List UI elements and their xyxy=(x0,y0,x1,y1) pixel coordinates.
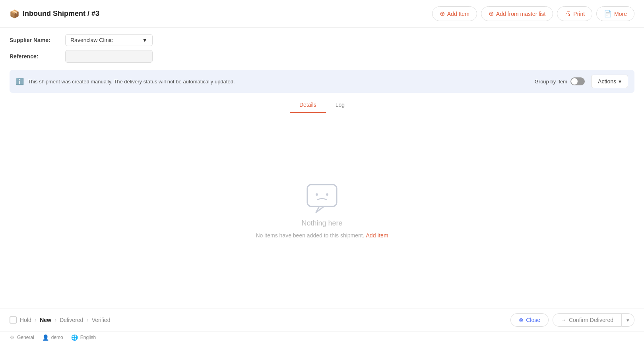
bottom-bar: Hold › New › Delivered › Verified ⊗ Clos… xyxy=(0,308,644,331)
shipment-icon: 📦 xyxy=(10,9,19,19)
empty-title: Nothing here xyxy=(301,219,342,227)
settings-icon: ⚙ xyxy=(10,334,15,341)
supplier-label: Supplier Name: xyxy=(10,37,65,43)
status-steps: Hold › New › Delivered › Verified xyxy=(10,316,110,324)
form-section: Supplier Name: Ravenclaw Clinic ▼ Refere… xyxy=(0,28,644,70)
chevron-down-icon: ▾ xyxy=(627,317,629,323)
reference-input[interactable] xyxy=(65,50,153,63)
tab-details[interactable]: Details xyxy=(290,98,326,113)
main-content: Nothing here No items have been added to… xyxy=(0,113,644,308)
group-by-toggle-area: Group by Item xyxy=(535,77,585,85)
footer-info: ⚙ General 👤 demo 🌐 English xyxy=(0,331,644,343)
info-banner-right: Group by Item Actions ▾ xyxy=(535,75,628,88)
svg-rect-0 xyxy=(307,185,337,206)
svg-point-2 xyxy=(326,193,328,196)
close-button[interactable]: ⊗ Close xyxy=(510,313,549,327)
arrow-right-icon: → xyxy=(561,317,566,323)
add-item-button[interactable]: ⊕ Add Item xyxy=(432,6,477,21)
chevron-down-icon: ▼ xyxy=(142,37,147,43)
header-actions: ⊕ Add Item ⊕ Add from master list 🖨 Prin… xyxy=(432,6,634,21)
footer-general: ⚙ General xyxy=(10,334,34,341)
footer-user: 👤 demo xyxy=(42,334,63,341)
more-button[interactable]: 📄 More xyxy=(596,6,634,21)
empty-add-item-link[interactable]: Add Item xyxy=(366,232,388,239)
reference-row: Reference: xyxy=(10,50,634,63)
arrow-2: › xyxy=(54,316,56,324)
add-from-master-button[interactable]: ⊕ Add from master list xyxy=(481,6,553,21)
step-delivered[interactable]: Delivered xyxy=(60,317,83,323)
document-icon: 📄 xyxy=(604,10,612,17)
plus-circle-icon: ⊕ xyxy=(440,10,445,17)
language-icon: 🌐 xyxy=(71,334,78,341)
print-button[interactable]: 🖨 Print xyxy=(557,6,592,21)
arrow-1: › xyxy=(35,316,37,324)
footer-user-label: demo xyxy=(51,335,63,340)
chevron-down-icon: ▾ xyxy=(619,78,621,85)
bottom-actions: ⊗ Close → Confirm Delivered ▾ xyxy=(510,313,634,327)
step-new[interactable]: New xyxy=(40,317,51,323)
supplier-row: Supplier Name: Ravenclaw Clinic ▼ xyxy=(10,34,634,46)
confirm-delivered-button[interactable]: → Confirm Delivered xyxy=(553,313,622,327)
tab-log[interactable]: Log xyxy=(326,98,354,113)
empty-state: Nothing here No items have been added to… xyxy=(256,183,388,239)
empty-subtitle: No items have been added to this shipmen… xyxy=(256,232,388,239)
print-icon: 🖨 xyxy=(564,10,571,17)
supplier-select[interactable]: Ravenclaw Clinic ▼ xyxy=(65,34,153,46)
hold-checkbox[interactable] xyxy=(10,316,17,324)
tabs: Details Log xyxy=(0,98,644,113)
svg-point-1 xyxy=(316,193,318,196)
group-by-label: Group by Item xyxy=(535,79,567,85)
group-by-toggle[interactable] xyxy=(570,77,585,85)
info-banner: ℹ️ This shipment was created manually. T… xyxy=(10,70,634,93)
confirm-dropdown-button[interactable]: ▾ xyxy=(622,313,634,327)
step-hold[interactable]: Hold xyxy=(20,317,31,323)
footer-language-label: English xyxy=(80,335,96,340)
empty-state-icon xyxy=(304,183,340,214)
close-circle-icon: ⊗ xyxy=(519,317,524,323)
actions-button[interactable]: Actions ▾ xyxy=(591,75,628,88)
footer-general-label: General xyxy=(17,335,34,340)
info-text: This shipment was created manually. The … xyxy=(28,79,235,85)
reference-label: Reference: xyxy=(10,53,65,60)
header: 📦 Inbound Shipment / #3 ⊕ Add Item ⊕ Add… xyxy=(0,0,644,28)
info-banner-left: ℹ️ This shipment was created manually. T… xyxy=(16,78,235,85)
confirm-delivered-group: → Confirm Delivered ▾ xyxy=(553,313,634,327)
arrow-3: › xyxy=(86,316,88,324)
plus-list-icon: ⊕ xyxy=(489,10,494,17)
step-verified[interactable]: Verified xyxy=(92,317,111,323)
user-icon: 👤 xyxy=(42,334,49,341)
page-title: Inbound Shipment / #3 xyxy=(23,10,99,18)
header-left: 📦 Inbound Shipment / #3 xyxy=(10,9,99,19)
empty-icon-wrapper xyxy=(304,183,340,214)
info-icon: ℹ️ xyxy=(16,78,24,85)
footer-language: 🌐 English xyxy=(71,334,96,341)
